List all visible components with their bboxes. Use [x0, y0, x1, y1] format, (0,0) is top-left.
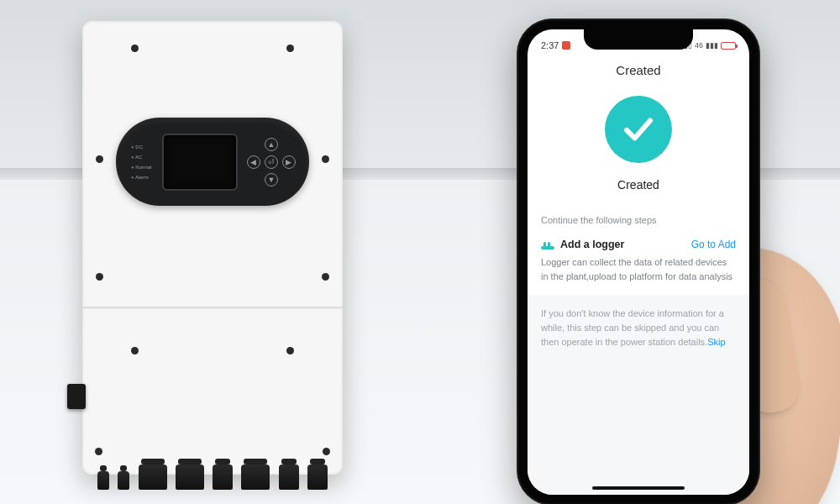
- connector-mc4: [97, 471, 109, 490]
- dpad-left-button[interactable]: ◀: [247, 155, 260, 169]
- led-ac: AC: [131, 155, 152, 160]
- inverter-control-panel: DC AC Normal Alarm ▲ ▼ ◀ ▶ ⏎: [116, 118, 309, 206]
- battery-icon: [721, 42, 736, 50]
- dpad-down-button[interactable]: ▼: [265, 173, 278, 186]
- logger-icon: [541, 239, 554, 249]
- signal-secondary-label: 46: [695, 41, 703, 50]
- connector-gland: [176, 465, 204, 490]
- connector-gland: [307, 465, 328, 490]
- add-logger-card: Add a logger Go to Add Logger can collec…: [528, 230, 749, 295]
- inverter-led-indicators: DC AC Normal Alarm: [131, 144, 152, 180]
- phone-in-hand: 2:37 ⟲ 5G ▮▮▯ 46 ▮▮▮ Created: [517, 18, 769, 504]
- skip-section: If you don't know the device information…: [528, 295, 749, 495]
- continue-hint: Continue the following steps: [528, 210, 749, 230]
- connector-gland: [279, 465, 299, 490]
- connector-gland: [213, 465, 233, 490]
- success-section: Created: [528, 87, 749, 210]
- connector-gland: [139, 465, 167, 490]
- skip-link[interactable]: Skip: [707, 337, 725, 347]
- dpad-right-button[interactable]: ▶: [282, 155, 296, 169]
- go-to-add-link[interactable]: Go to Add: [691, 239, 736, 250]
- dpad-up-button[interactable]: ▲: [265, 138, 278, 151]
- status-time: 2:37: [541, 40, 559, 50]
- status-recording-icon: [562, 41, 570, 50]
- smartphone-frame: 2:37 ⟲ 5G ▮▮▯ 46 ▮▮▮ Created: [517, 18, 760, 504]
- success-label: Created: [617, 178, 659, 192]
- phone-notch: [584, 29, 693, 50]
- inverter-side-switch[interactable]: [67, 384, 86, 409]
- led-normal: Normal: [131, 165, 152, 170]
- led-alarm: Alarm: [131, 175, 152, 180]
- phone-screen: 2:37 ⟲ 5G ▮▮▯ 46 ▮▮▮ Created: [528, 29, 749, 495]
- success-check-icon: [605, 96, 672, 163]
- inverter-dpad: ▲ ▼ ◀ ▶ ⏎: [249, 139, 294, 185]
- inverter-connectors: [97, 465, 328, 490]
- skip-text: If you don't know the device information…: [541, 308, 724, 347]
- add-logger-description: Logger can collect the data of related d…: [541, 255, 736, 283]
- inverter-device: DC AC Normal Alarm ▲ ▼ ◀ ▶ ⏎: [82, 21, 343, 475]
- signal-bars-icon: ▮▮▮: [706, 41, 718, 50]
- dpad-enter-button[interactable]: ⏎: [265, 155, 278, 169]
- inverter-lcd-screen: [162, 134, 238, 191]
- add-logger-title: Add a logger: [560, 239, 624, 250]
- home-indicator[interactable]: [592, 486, 685, 490]
- connector-gland: [241, 465, 270, 490]
- inverter-panel-seam: [82, 307, 343, 309]
- page-title: Created: [528, 56, 749, 87]
- led-dc: DC: [131, 144, 152, 150]
- connector-mc4: [118, 471, 129, 490]
